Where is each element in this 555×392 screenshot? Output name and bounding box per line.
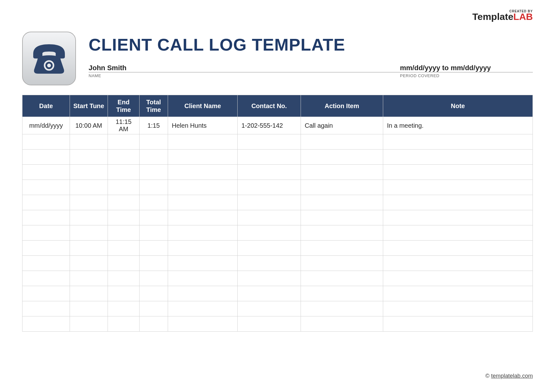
cell-client[interactable] bbox=[168, 165, 238, 180]
cell-client[interactable] bbox=[168, 195, 238, 210]
cell-end[interactable] bbox=[108, 256, 140, 271]
cell-start[interactable] bbox=[70, 210, 108, 225]
cell-end[interactable] bbox=[108, 150, 140, 165]
cell-action[interactable] bbox=[301, 195, 383, 210]
cell-end[interactable] bbox=[108, 210, 140, 225]
cell-total[interactable] bbox=[140, 241, 168, 256]
cell-note[interactable]: In a meeting. bbox=[383, 117, 533, 134]
cell-action[interactable] bbox=[301, 165, 383, 180]
cell-note[interactable] bbox=[383, 256, 533, 271]
cell-contact[interactable] bbox=[238, 301, 301, 316]
cell-total[interactable]: 1:15 bbox=[140, 117, 168, 134]
cell-note[interactable] bbox=[383, 195, 533, 210]
cell-date[interactable] bbox=[22, 165, 70, 180]
cell-action[interactable] bbox=[301, 241, 383, 256]
cell-note[interactable] bbox=[383, 134, 533, 150]
cell-end[interactable]: 11:15 AM bbox=[108, 117, 140, 134]
cell-client[interactable] bbox=[168, 301, 238, 316]
cell-total[interactable] bbox=[140, 210, 168, 225]
cell-total[interactable] bbox=[140, 165, 168, 180]
cell-client[interactable] bbox=[168, 225, 238, 241]
cell-contact[interactable] bbox=[238, 256, 301, 271]
cell-start[interactable] bbox=[70, 241, 108, 256]
cell-end[interactable] bbox=[108, 241, 140, 256]
cell-end[interactable] bbox=[108, 165, 140, 180]
cell-note[interactable] bbox=[383, 316, 533, 332]
cell-contact[interactable] bbox=[238, 241, 301, 256]
cell-date[interactable] bbox=[22, 256, 70, 271]
cell-note[interactable] bbox=[383, 286, 533, 301]
cell-total[interactable] bbox=[140, 286, 168, 301]
cell-date[interactable] bbox=[22, 150, 70, 165]
cell-contact[interactable] bbox=[238, 165, 301, 180]
cell-start[interactable] bbox=[70, 316, 108, 332]
cell-client[interactable] bbox=[168, 180, 238, 195]
footer-link[interactable]: templatelab.com bbox=[491, 373, 533, 379]
cell-note[interactable] bbox=[383, 225, 533, 241]
cell-action[interactable] bbox=[301, 286, 383, 301]
cell-client[interactable] bbox=[168, 286, 238, 301]
cell-note[interactable] bbox=[383, 271, 533, 286]
cell-start[interactable] bbox=[70, 225, 108, 241]
cell-total[interactable] bbox=[140, 180, 168, 195]
cell-end[interactable] bbox=[108, 195, 140, 210]
cell-note[interactable] bbox=[383, 210, 533, 225]
cell-date[interactable] bbox=[22, 180, 70, 195]
cell-note[interactable] bbox=[383, 241, 533, 256]
cell-start[interactable] bbox=[70, 165, 108, 180]
cell-contact[interactable] bbox=[238, 150, 301, 165]
cell-client[interactable] bbox=[168, 150, 238, 165]
cell-total[interactable] bbox=[140, 256, 168, 271]
cell-date[interactable] bbox=[22, 210, 70, 225]
cell-contact[interactable] bbox=[238, 316, 301, 332]
cell-date[interactable] bbox=[22, 301, 70, 316]
cell-total[interactable] bbox=[140, 134, 168, 150]
cell-start[interactable] bbox=[70, 180, 108, 195]
cell-end[interactable] bbox=[108, 225, 140, 241]
cell-start[interactable] bbox=[70, 256, 108, 271]
cell-date[interactable] bbox=[22, 271, 70, 286]
cell-total[interactable] bbox=[140, 301, 168, 316]
cell-start[interactable]: 10:00 AM bbox=[70, 117, 108, 134]
cell-note[interactable] bbox=[383, 180, 533, 195]
cell-note[interactable] bbox=[383, 301, 533, 316]
cell-date[interactable] bbox=[22, 316, 70, 332]
cell-end[interactable] bbox=[108, 271, 140, 286]
cell-action[interactable]: Call again bbox=[301, 117, 383, 134]
cell-contact[interactable] bbox=[238, 134, 301, 150]
cell-start[interactable] bbox=[70, 134, 108, 150]
cell-start[interactable] bbox=[70, 195, 108, 210]
cell-total[interactable] bbox=[140, 316, 168, 332]
cell-date[interactable] bbox=[22, 241, 70, 256]
cell-contact[interactable] bbox=[238, 225, 301, 241]
cell-client[interactable] bbox=[168, 256, 238, 271]
cell-contact[interactable] bbox=[238, 180, 301, 195]
cell-start[interactable] bbox=[70, 301, 108, 316]
cell-action[interactable] bbox=[301, 316, 383, 332]
cell-action[interactable] bbox=[301, 256, 383, 271]
cell-start[interactable] bbox=[70, 286, 108, 301]
cell-client[interactable] bbox=[168, 241, 238, 256]
cell-action[interactable] bbox=[301, 271, 383, 286]
cell-note[interactable] bbox=[383, 165, 533, 180]
cell-contact[interactable] bbox=[238, 271, 301, 286]
cell-total[interactable] bbox=[140, 150, 168, 165]
cell-client[interactable] bbox=[168, 134, 238, 150]
cell-end[interactable] bbox=[108, 180, 140, 195]
cell-contact[interactable] bbox=[238, 286, 301, 301]
cell-end[interactable] bbox=[108, 286, 140, 301]
cell-contact[interactable] bbox=[238, 195, 301, 210]
cell-start[interactable] bbox=[70, 150, 108, 165]
cell-date[interactable] bbox=[22, 286, 70, 301]
cell-total[interactable] bbox=[140, 195, 168, 210]
cell-client[interactable] bbox=[168, 316, 238, 332]
cell-action[interactable] bbox=[301, 180, 383, 195]
cell-start[interactable] bbox=[70, 271, 108, 286]
cell-date[interactable]: mm/dd/yyyy bbox=[22, 117, 70, 134]
cell-end[interactable] bbox=[108, 134, 140, 150]
cell-client[interactable]: Helen Hunts bbox=[168, 117, 238, 134]
cell-note[interactable] bbox=[383, 150, 533, 165]
cell-date[interactable] bbox=[22, 195, 70, 210]
cell-total[interactable] bbox=[140, 271, 168, 286]
cell-action[interactable] bbox=[301, 225, 383, 241]
